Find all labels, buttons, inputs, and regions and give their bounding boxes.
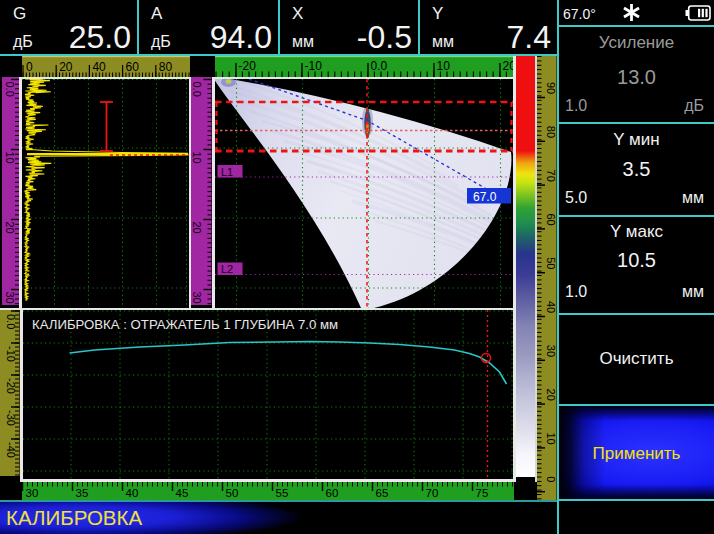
- svg-text:30: 30: [191, 292, 203, 304]
- svg-text:60: 60: [126, 60, 140, 74]
- svg-text:40: 40: [545, 301, 557, 313]
- svg-text:20: 20: [191, 222, 203, 234]
- svg-text:-30: -30: [5, 410, 17, 426]
- svg-text:60: 60: [545, 213, 557, 225]
- svg-text:10: 10: [545, 432, 557, 444]
- svg-text:80: 80: [159, 60, 173, 74]
- svg-text:0.0: 0.0: [4, 82, 16, 97]
- svg-text:90: 90: [545, 82, 557, 94]
- svg-text:67.0: 67.0: [473, 190, 497, 204]
- svg-text:0.0: 0.0: [371, 59, 388, 73]
- svg-text:70: 70: [425, 487, 438, 499]
- svg-text:0: 0: [26, 60, 33, 74]
- svg-text:45: 45: [175, 487, 188, 499]
- svg-text:40: 40: [125, 487, 138, 499]
- svg-text:75: 75: [475, 487, 488, 499]
- svg-text:КАЛИБРОВКА : ОТРАЖАТЕЛЬ 1 ГЛУБ: КАЛИБРОВКА : ОТРАЖАТЕЛЬ 1 ГЛУБИНА 7.0 мм: [32, 317, 338, 332]
- svg-text:20: 20: [503, 59, 514, 73]
- svg-text:30: 30: [25, 487, 38, 499]
- svg-text:0: 0: [545, 476, 557, 482]
- svg-text:-20: -20: [5, 378, 17, 394]
- svg-text:70: 70: [545, 170, 557, 182]
- svg-text:20: 20: [545, 389, 557, 401]
- svg-text:20: 20: [4, 222, 16, 234]
- svg-text:50: 50: [225, 487, 238, 499]
- svg-text:30: 30: [4, 292, 16, 304]
- svg-text:30: 30: [545, 345, 557, 357]
- svg-text:-20: -20: [239, 59, 257, 73]
- svg-text:L2: L2: [221, 263, 233, 275]
- svg-text:10: 10: [191, 152, 203, 164]
- svg-text:20: 20: [59, 60, 73, 74]
- svg-text:0.0: 0.0: [5, 314, 17, 329]
- svg-text:60: 60: [325, 487, 338, 499]
- svg-text:10: 10: [4, 152, 16, 164]
- svg-text:-10: -10: [5, 346, 17, 362]
- svg-text:55: 55: [275, 487, 288, 499]
- svg-text:65: 65: [375, 487, 388, 499]
- svg-text:-10: -10: [305, 59, 323, 73]
- svg-text:10: 10: [437, 59, 451, 73]
- svg-text:40: 40: [92, 60, 106, 74]
- svg-text:0.0: 0.0: [191, 82, 203, 97]
- svg-text:L1: L1: [221, 166, 233, 178]
- svg-text:-40: -40: [5, 442, 17, 458]
- svg-text:50: 50: [545, 257, 557, 269]
- svg-text:80: 80: [545, 126, 557, 138]
- svg-text:35: 35: [75, 487, 88, 499]
